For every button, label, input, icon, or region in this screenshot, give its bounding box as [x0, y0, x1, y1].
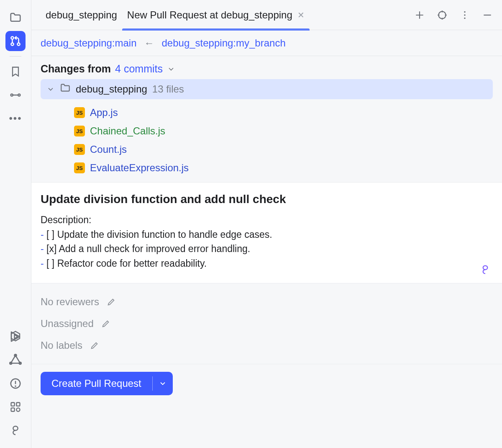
- file-name: Count.js: [90, 144, 127, 155]
- swirl-icon: [479, 264, 491, 275]
- svg-point-12: [15, 386, 15, 386]
- svg-point-16: [16, 408, 20, 411]
- rail-services-button[interactable]: [5, 397, 26, 417]
- rail-ai-button[interactable]: [5, 420, 26, 440]
- tab-strip: debug_stepping New Pull Request at debug…: [31, 0, 502, 30]
- svg-point-3: [11, 94, 13, 96]
- arrow-left-icon: ←: [144, 37, 154, 49]
- tool-rail: •••: [0, 0, 31, 448]
- head-branch-link[interactable]: debug_stepping:my_branch: [162, 37, 286, 49]
- tree-root-row[interactable]: debug_stepping 13 files: [41, 79, 493, 99]
- crosshair-icon: [437, 10, 448, 21]
- edit-assignee-button[interactable]: [101, 319, 110, 328]
- commits-link[interactable]: 4 commits: [115, 63, 163, 75]
- pr-meta-block: No reviewers Unassigned No labels: [31, 283, 502, 364]
- svg-point-19: [464, 14, 465, 15]
- chevron-down-icon: [159, 379, 167, 388]
- svg-point-2: [17, 43, 20, 45]
- labels-row: No labels: [41, 335, 493, 356]
- tab-label: New Pull Request at debug_stepping: [127, 9, 292, 21]
- edit-labels-button[interactable]: [90, 341, 99, 350]
- pencil-icon: [101, 319, 110, 328]
- svg-point-18: [464, 11, 465, 12]
- file-item[interactable]: JS App.js: [74, 103, 493, 122]
- changes-label: Changes from: [41, 63, 111, 75]
- rail-graphql-button[interactable]: [5, 350, 26, 370]
- checklist-item: - [x] Add a null check for improved erro…: [41, 242, 493, 256]
- minimize-button[interactable]: [482, 10, 493, 21]
- chevron-down-icon: [167, 65, 175, 73]
- file-name: App.js: [90, 107, 118, 118]
- file-name: Chained_Calls.js: [90, 125, 165, 137]
- plus-icon: [414, 10, 425, 21]
- reviewers-row: No reviewers: [41, 291, 493, 313]
- chevron-down-icon: [46, 85, 55, 93]
- commits-dropdown[interactable]: [167, 65, 175, 73]
- checklist-item: - [ ] Update the division function to ha…: [41, 227, 493, 242]
- file-list: JS App.js JS Chained_Calls.js JS Count.j…: [41, 99, 493, 177]
- pencil-icon: [107, 297, 116, 306]
- rail-run-button[interactable]: [5, 327, 26, 347]
- minus-icon: [482, 10, 493, 21]
- rail-separator: [10, 56, 21, 57]
- reviewers-text: No reviewers: [41, 296, 99, 308]
- close-icon[interactable]: ✕: [297, 10, 305, 20]
- root-folder-name: debug_stepping: [76, 83, 147, 95]
- assignee-row: Unassigned: [41, 313, 493, 335]
- tab-project[interactable]: debug_stepping: [41, 0, 122, 30]
- rail-pull-requests-button[interactable]: [5, 31, 26, 51]
- assignee-text: Unassigned: [41, 318, 94, 330]
- file-item[interactable]: JS EvaluateExpression.js: [74, 159, 493, 177]
- file-name: EvaluateExpression.js: [90, 162, 189, 174]
- svg-point-1: [11, 43, 13, 45]
- create-pr-dropdown[interactable]: [153, 372, 173, 395]
- pr-description-block: Update division function and add null ch…: [31, 182, 502, 283]
- ai-assist-button[interactable]: [479, 264, 491, 275]
- js-file-icon: JS: [74, 144, 85, 155]
- svg-rect-14: [16, 403, 20, 406]
- folder-icon: [60, 82, 71, 96]
- js-file-icon: JS: [74, 126, 85, 136]
- base-branch-link[interactable]: debug_stepping:main: [41, 37, 137, 49]
- kebab-icon: [459, 10, 470, 21]
- svg-point-0: [11, 36, 13, 39]
- footer: Create Pull Request: [31, 364, 502, 403]
- main-panel: debug_stepping New Pull Request at debug…: [31, 0, 502, 448]
- js-file-icon: JS: [74, 162, 85, 173]
- tab-new-pull-request[interactable]: New Pull Request at debug_stepping ✕: [122, 0, 310, 30]
- more-icon: •••: [9, 113, 22, 124]
- target-button[interactable]: [437, 10, 448, 21]
- file-count: 13 files: [152, 83, 184, 95]
- branch-compare-row: debug_stepping:main ← debug_stepping:my_…: [31, 30, 502, 56]
- js-file-icon: JS: [74, 107, 85, 118]
- create-pull-request-button[interactable]: Create Pull Request: [41, 372, 173, 395]
- tab-label: debug_stepping: [46, 9, 117, 21]
- changes-section: Changes from 4 commits debug_stepping 13…: [31, 56, 502, 182]
- new-button[interactable]: [414, 10, 425, 21]
- tab-options-button[interactable]: [459, 10, 470, 21]
- svg-rect-15: [11, 408, 15, 411]
- svg-point-17: [438, 11, 446, 18]
- rail-project-button[interactable]: [5, 8, 26, 28]
- file-item[interactable]: JS Chained_Calls.js: [74, 122, 493, 140]
- rail-more-button[interactable]: •••: [5, 108, 26, 129]
- pencil-icon: [90, 341, 99, 350]
- rail-bookmarks-button[interactable]: [5, 62, 26, 82]
- create-pr-label: Create Pull Request: [41, 372, 152, 395]
- rail-problems-button[interactable]: [5, 373, 26, 394]
- svg-point-4: [18, 94, 20, 96]
- pr-title: Update division function and add null ch…: [41, 193, 493, 206]
- checklist-item: - [ ] Refactor code for better readabili…: [41, 256, 493, 271]
- svg-rect-13: [11, 403, 15, 406]
- labels-text: No labels: [41, 340, 82, 351]
- changes-header: Changes from 4 commits: [41, 63, 493, 75]
- file-item[interactable]: JS Count.js: [74, 140, 493, 159]
- edit-reviewers-button[interactable]: [107, 297, 116, 306]
- pr-description: Description: - [ ] Update the division f…: [41, 213, 493, 270]
- rail-structure-button[interactable]: [5, 85, 26, 105]
- svg-point-20: [464, 17, 465, 18]
- description-label: Description:: [41, 213, 493, 227]
